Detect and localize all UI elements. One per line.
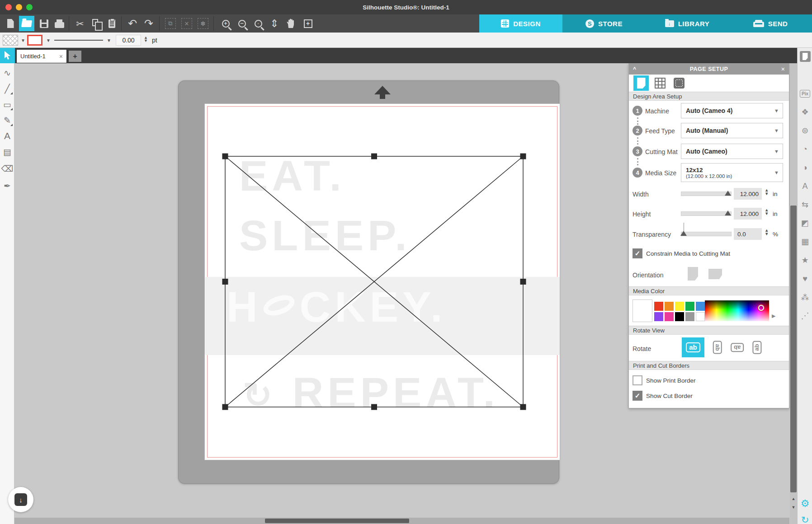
undo-button[interactable]: ↶ (126, 17, 139, 30)
height-stepper[interactable]: ▲▼ (765, 208, 769, 215)
delete-button-disabled[interactable]: ✕ (180, 17, 194, 30)
height-slider-thumb[interactable] (725, 211, 731, 215)
height-value-input[interactable]: 12.000 (734, 208, 762, 220)
text-style-panel-button[interactable]: A (799, 180, 811, 192)
tab-library[interactable]: ↓ LIBRARY (646, 14, 729, 33)
feed-type-dropdown[interactable]: Auto (Manual) ▼ (681, 123, 783, 138)
fit-height-button[interactable]: ⇕ (268, 17, 281, 30)
favorites-panel-button[interactable]: ♥ (799, 273, 811, 285)
show-print-border-checkbox[interactable] (633, 375, 642, 385)
media-color-swatch[interactable] (665, 302, 674, 311)
drag-zoom-button[interactable]: ▫ (251, 17, 265, 30)
media-color-swatch[interactable] (685, 302, 694, 311)
rectangle-tool[interactable]: ▭ (1, 98, 14, 111)
draw-tool[interactable]: ✎ (1, 113, 14, 127)
tab-design[interactable]: DESIGN (479, 14, 562, 33)
export-download-button[interactable]: ↓ (8, 487, 33, 512)
gradient-expand-icon[interactable]: ▶ (772, 313, 775, 319)
tab-send[interactable]: SEND (729, 14, 812, 33)
line-thickness-input[interactable]: 0.00 (116, 35, 141, 46)
rhinestone-panel-button[interactable]: ⁂ (799, 291, 811, 303)
zoom-in-button[interactable]: + (219, 17, 232, 30)
media-size-dropdown[interactable]: 12x12 (12.000 x 12.000 in) ▼ (681, 163, 783, 182)
eraser-tool[interactable]: ⌫ (1, 162, 14, 175)
preferences-button[interactable]: ⚙ (799, 498, 811, 510)
duplicate-button-disabled[interactable]: ⧉ (164, 17, 177, 30)
transform-panel-button[interactable]: ⇆ (799, 199, 811, 211)
sync-button[interactable]: ↻ (799, 514, 811, 524)
cutting-mat-dropdown[interactable]: Auto (Cameo) ▼ (681, 144, 783, 159)
line-color-swatch[interactable] (27, 35, 42, 46)
shadow-panel-button[interactable]: ◑ (799, 162, 811, 173)
width-value-input[interactable]: 12.000 (734, 188, 762, 200)
media-color-swatch[interactable] (654, 312, 663, 321)
fill-dropdown-arrow[interactable]: ▼ (21, 38, 25, 43)
offset-panel-button[interactable]: ⊚ (799, 125, 811, 136)
media-color-swatch[interactable] (665, 312, 674, 321)
media-color-swatch[interactable] (685, 312, 694, 321)
rotate-90-button[interactable]: ab (710, 340, 725, 355)
scroll-up-button[interactable]: ▲ (790, 495, 797, 502)
stepper-down-icon[interactable]: ▼ (144, 39, 148, 42)
print-button[interactable] (52, 17, 66, 30)
height-slider[interactable] (681, 211, 732, 216)
rotate-0-button[interactable]: ab (682, 337, 704, 357)
text-tool[interactable]: A (1, 129, 14, 143)
add-document-tab-button[interactable]: + (69, 51, 81, 62)
show-cut-border-checkbox[interactable]: ✓ (633, 391, 642, 401)
media-color-swatch[interactable] (696, 302, 705, 311)
machine-dropdown[interactable]: Auto (Cameo 4) ▼ (681, 103, 783, 118)
transparency-slider[interactable] (681, 232, 732, 236)
orientation-landscape-button[interactable] (708, 269, 722, 279)
width-slider[interactable] (681, 192, 732, 196)
trace-panel-button[interactable]: ❖ (799, 106, 811, 118)
pixscan-panel-button[interactable]: Pix (799, 88, 811, 99)
panel-tab-grid[interactable] (652, 75, 668, 91)
line-thickness-stepper[interactable]: ▲ ▼ (144, 36, 148, 42)
paste-button[interactable] (105, 17, 118, 30)
document-tab-close-icon[interactable]: × (59, 53, 63, 60)
horizontal-scrollbar-thumb[interactable] (265, 519, 409, 523)
tab-store[interactable]: S STORE (562, 14, 646, 33)
scale-panel-button[interactable]: ◔ (799, 143, 811, 155)
transparency-value-input[interactable]: 0.0 (734, 228, 762, 240)
scroll-down-button[interactable]: ▼ (790, 503, 797, 511)
vertical-scrollbar-thumb[interactable] (790, 206, 797, 492)
sketch-panel-button[interactable]: ⋰ (799, 310, 811, 322)
panel-vertical-scrollbar[interactable]: ▲ ▼ (790, 63, 797, 524)
select-tool-active[interactable] (0, 48, 15, 63)
page-setup-panel-button[interactable] (799, 51, 811, 62)
fit-to-page-button[interactable]: + (301, 17, 315, 30)
open-button[interactable] (19, 16, 34, 31)
media-color-swatch[interactable] (675, 312, 684, 321)
trace-button-disabled[interactable]: ✽ (196, 17, 210, 30)
horizontal-scrollbar[interactable] (14, 518, 789, 524)
zoom-out-button[interactable]: − (235, 17, 249, 30)
line-color-dropdown-arrow[interactable]: ▼ (46, 38, 51, 43)
panel-tab-page[interactable] (633, 75, 649, 91)
orientation-portrait-button[interactable] (688, 267, 698, 281)
pan-button[interactable] (284, 17, 297, 30)
point-editing-tool[interactable]: ∿ (1, 66, 14, 80)
transparency-slider-thumb[interactable] (680, 231, 687, 236)
cut-button[interactable]: ✂ (73, 17, 87, 30)
rotate-180-button[interactable]: ab (730, 340, 745, 355)
constrain-media-checkbox[interactable]: ✓ (633, 248, 642, 258)
modify-panel-button[interactable]: ◩ (799, 217, 811, 229)
styles-panel-button[interactable]: ★ (799, 254, 811, 266)
knife-tool[interactable]: ✒ (1, 179, 14, 192)
width-slider-thumb[interactable] (725, 191, 731, 196)
media-color-gradient-picker[interactable] (705, 300, 769, 321)
line-tool[interactable]: ╱ (1, 82, 14, 95)
media-color-swatch[interactable] (654, 302, 663, 311)
image-effects-panel-button[interactable]: ▦ (799, 236, 811, 248)
media-color-swatch[interactable] (696, 312, 705, 321)
media-color-current-swatch[interactable] (633, 299, 652, 322)
fill-none-swatch[interactable] (3, 35, 18, 46)
line-style-dropdown-arrow[interactable]: ▼ (107, 38, 111, 43)
transparency-stepper[interactable]: ▲▼ (765, 229, 769, 236)
media-color-swatch[interactable] (675, 302, 684, 311)
save-button[interactable] (37, 17, 51, 30)
gradient-picker-marker[interactable] (758, 305, 764, 311)
collapse-panel-icon[interactable]: ^ (633, 66, 636, 72)
